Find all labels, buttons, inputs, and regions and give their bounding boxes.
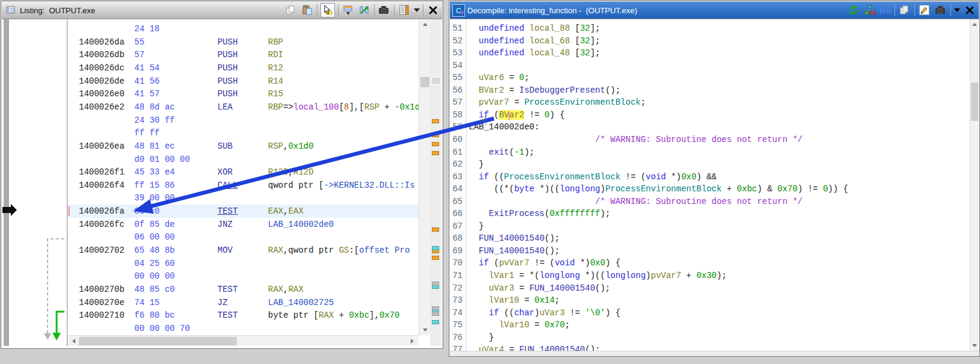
operand-token: RAX — [268, 245, 283, 255]
decompiler-line[interactable]: 75 lVar10 = 0x70; — [450, 319, 970, 332]
listing-row[interactable]: 1400026f145 33 e4XORR12D,R12D — [67, 165, 419, 179]
decompiler-line[interactable]: 51 undefined local_88 [32]; — [450, 22, 970, 35]
decompiler-line[interactable]: 52 undefined local_68 [32]; — [450, 35, 970, 48]
operand-token: RSP — [364, 102, 379, 112]
paste-icon[interactable] — [301, 4, 314, 17]
listing-row[interactable]: 00 00 00 — [67, 270, 419, 283]
highlighted-token[interactable]: BVar2 — [499, 110, 524, 120]
decompiler-code-view[interactable]: 51 undefined local_88 [32];52 undefined … — [450, 19, 970, 351]
scrollbar-thumb[interactable] — [420, 77, 429, 87]
listing-vertical-scrollbar[interactable] — [419, 19, 431, 335]
decompiler-line[interactable]: 70 if (pvVar7 != (void *)0x0) { — [450, 257, 970, 270]
decompiler-line[interactable]: 53 undefined local_48 [32]; — [450, 47, 970, 60]
decompiler-vertical-scrollbar[interactable] — [970, 19, 979, 351]
decompiler-line[interactable]: 62 } — [450, 158, 970, 171]
camera-snapshot-icon[interactable] — [378, 4, 391, 17]
listing-row[interactable]: 06 00 00 — [67, 230, 419, 244]
listing-display-options-icon[interactable] — [398, 4, 411, 17]
decompiler-line[interactable]: 58 if (BVar2 != 0) { — [450, 109, 970, 122]
decompiler-line[interactable]: 63 if ((ProcessEnvironmentBlock != (void… — [450, 171, 970, 184]
chevron-down-icon[interactable] — [954, 8, 960, 12]
decompiler-line[interactable]: 77 uVar4 = FUN_140001540(); — [450, 344, 970, 351]
decompiler-line[interactable]: 68 FUN_140001540(); — [450, 232, 970, 245]
listing-row[interactable]: 1400026da55PUSHRBP — [67, 35, 419, 49]
scrollbar-thumb[interactable] — [79, 337, 237, 345]
rename-ro-icon[interactable]: Ro — [879, 5, 891, 16]
listing-titlebar[interactable]: Listing: OUTPUT.exe — [2, 2, 442, 19]
orange-marker — [432, 119, 439, 123]
scrollbar-thumb[interactable] — [971, 82, 978, 121]
code-token: *) — [666, 172, 681, 182]
code-text: uVar4 = FUN_140001540(); — [469, 344, 600, 351]
scroll-right-button[interactable] — [408, 336, 419, 346]
navigation-marker-margin[interactable] — [430, 19, 442, 346]
orange-marker — [432, 256, 439, 260]
decompiler-line[interactable]: 54 — [450, 60, 970, 72]
close-icon[interactable] — [426, 4, 440, 17]
operands-field: qword ptr [->KERNEL32.DLL::Is — [268, 179, 415, 192]
listing-row[interactable]: 1400026fc0f 85 deJNZLAB_140002de0 — [67, 218, 419, 231]
decompiler-line[interactable]: 74 if ((char)uVar3 != '\0') { — [450, 307, 970, 319]
decompiler-line[interactable]: 61 exit(-1); — [450, 146, 970, 159]
listing-row[interactable]: 1400026dc41 54PUSHR12 — [67, 61, 419, 75]
listing-row[interactable]: 39 00 00 — [67, 191, 419, 205]
listing-row[interactable]: 24 30 ff — [67, 114, 419, 127]
line-number: 77 — [450, 344, 463, 351]
decompiler-line[interactable]: 64 ((*(byte *)((longlong)ProcessEnvironm… — [450, 183, 970, 196]
listing-row[interactable]: 14000270265 48 8bMOVRAX,qword ptr GS:[of… — [67, 244, 419, 257]
listing-row[interactable]: 140002710f6 80 bcTESTbyte ptr [RAX + 0xb… — [67, 309, 419, 322]
listing-row[interactable]: 1400026de41 56PUSHR14 — [67, 75, 419, 88]
edit-function-signature-icon[interactable] — [918, 4, 931, 17]
listing-row[interactable]: 00 00 00 70 — [67, 322, 419, 335]
decompiler-line[interactable]: 69 FUN_140001540(); — [450, 245, 970, 258]
decompiler-line[interactable]: 65 /* WARNING: Subroutine does not retur… — [450, 196, 970, 208]
listing-code-view[interactable]: 24 181400026da55PUSHRBP1400026db57PUSHRD… — [67, 19, 419, 335]
camera-snapshot-icon[interactable] — [934, 4, 947, 17]
decompiler-line[interactable]: 55 uVar6 = 0; — [450, 72, 970, 84]
decompiler-line[interactable]: 59LAB_140002de0: — [450, 121, 970, 134]
decompiler-line[interactable]: 76 } — [450, 332, 970, 344]
snapshot-table-icon[interactable] — [342, 4, 355, 17]
scroll-down-button[interactable] — [419, 325, 431, 335]
listing-horizontal-scrollbar[interactable] — [67, 335, 419, 346]
decompiler-line[interactable]: 72 uVar3 = FUN_140001540(); — [450, 282, 970, 295]
listing-row[interactable]: d0 01 00 00 — [67, 153, 419, 166]
decompiler-line[interactable]: 57 pvVar7 = ProcessEnvironmentBlock; — [450, 96, 970, 109]
decompile-window: Cf Decompile: interesting_function - (OU… — [449, 1, 980, 357]
listing-row[interactable]: 14000270b48 85 c0TESTRAX,RAX — [67, 283, 419, 296]
code-token: (); — [545, 233, 560, 243]
re-decompile-icon[interactable] — [847, 4, 860, 17]
decompile-titlebar[interactable]: Cf Decompile: interesting_function - (OU… — [450, 2, 979, 19]
decompiler-line[interactable]: 67 } — [450, 220, 970, 233]
scroll-up-button[interactable] — [419, 19, 431, 29]
listing-row[interactable]: 1400026f4ff 15 86CALLqword ptr [->KERNEL… — [67, 179, 419, 192]
chevron-down-icon[interactable] — [414, 8, 420, 12]
scroll-left-button[interactable] — [67, 336, 78, 346]
listing-row[interactable]: ff ff — [67, 126, 419, 140]
listing-row[interactable]: 14000270e74 15JZLAB_140002725 — [67, 296, 419, 309]
listing-row[interactable]: 1400026fa85 c0TESTEAX,EAX — [67, 205, 419, 218]
decompiler-line[interactable]: 56 BVar2 = IsDebuggerPresent(); — [450, 84, 970, 97]
decompiler-line[interactable]: 71 lVar1 = *(longlong *)((longlong)pvVar… — [450, 270, 970, 282]
listing-row[interactable]: 24 18 — [67, 22, 419, 35]
decompiler-line[interactable]: 60 /* WARNING: Subroutine does not retur… — [450, 134, 970, 146]
listing-row[interactable]: 04 25 60 — [67, 257, 419, 270]
graph-icon[interactable] — [863, 4, 876, 17]
listing-row[interactable]: 1400026e248 8d acLEARBP=>local_100[8],[R… — [67, 100, 419, 114]
listing-row[interactable]: 1400026ea48 81 ecSUBRSP,0x1d0 — [67, 140, 419, 153]
scroll-down-button[interactable] — [970, 341, 979, 351]
cursor-location-toggle-icon[interactable] — [320, 3, 335, 17]
decompiler-line[interactable]: 66 ExitProcess(0xffffffff); — [450, 208, 970, 220]
operands-field: R12 — [268, 61, 283, 75]
listing-row[interactable]: 1400026e041 57PUSHR15 — [67, 87, 419, 100]
bytes-field: 00 00 00 — [134, 270, 175, 283]
scroll-up-button[interactable] — [970, 19, 979, 29]
listing-row[interactable]: 1400026db57PUSHRDI — [67, 48, 419, 61]
operands-field: RAX,qword ptr GS:[offset Pro — [268, 244, 410, 257]
close-icon[interactable] — [963, 4, 976, 17]
decompiler-line[interactable]: 73 lVar10 = 0x14; — [450, 294, 970, 307]
copy-icon[interactable] — [284, 4, 298, 17]
mnemonic-field: TEST — [217, 309, 238, 322]
copy-icon[interactable] — [898, 4, 911, 17]
diff-view-icon[interactable] — [358, 4, 371, 17]
